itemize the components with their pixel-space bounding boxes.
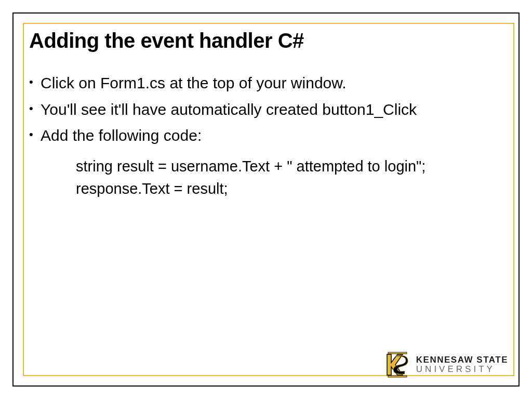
slide-title: Adding the event handler C# — [29, 29, 507, 52]
bullet-item: Click on Form1.cs at the top of your win… — [29, 71, 507, 96]
ks-logo-mark-icon — [385, 351, 410, 378]
code-line: string result = username.Text + " attemp… — [76, 155, 507, 178]
svg-rect-1 — [388, 376, 407, 377]
svg-rect-0 — [388, 352, 407, 354]
bullet-list: Click on Form1.cs at the top of your win… — [29, 71, 507, 148]
code-block: string result = username.Text + " attemp… — [76, 155, 507, 201]
logo-line-2: UNIVERSITY — [416, 365, 508, 374]
slide-content: Adding the event handler C# Click on For… — [29, 29, 507, 370]
bullet-item: Add the following code: — [29, 124, 507, 148]
bullet-item: You'll see it'll have automatically crea… — [29, 98, 507, 122]
university-logo: KENNESAW STATE UNIVERSITY — [385, 351, 508, 378]
logo-line-1: KENNESAW STATE — [416, 355, 508, 365]
logo-text: KENNESAW STATE UNIVERSITY — [416, 355, 508, 374]
code-line: response.Text = result; — [76, 178, 507, 201]
